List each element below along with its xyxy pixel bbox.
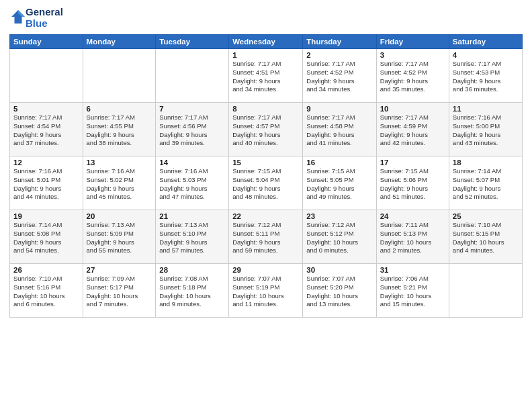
cell-date: 17 [380,158,445,167]
cell-info: Sunrise: 7:13 AM Sunset: 5:09 PM Dayligh… [87,221,152,255]
cell-info: Sunrise: 7:17 AM Sunset: 4:52 PM Dayligh… [380,60,445,94]
calendar-cell [449,264,522,318]
calendar-cell: 1Sunrise: 7:17 AM Sunset: 4:51 PM Daylig… [229,49,303,103]
calendar-cell: 10Sunrise: 7:17 AM Sunset: 4:59 PM Dayli… [376,103,449,156]
cell-date: 24 [380,212,445,220]
cell-info: Sunrise: 7:14 AM Sunset: 5:07 PM Dayligh… [453,167,519,201]
logo-blue: Blue [26,18,63,30]
week-row-5: 26Sunrise: 7:10 AM Sunset: 5:16 PM Dayli… [10,264,523,318]
cell-info: Sunrise: 7:15 AM Sunset: 5:06 PM Dayligh… [380,167,445,201]
cell-date: 9 [306,105,372,113]
weekday-saturday: Saturday [449,35,522,49]
cell-info: Sunrise: 7:17 AM Sunset: 4:52 PM Dayligh… [306,60,372,94]
calendar-cell: 25Sunrise: 7:10 AM Sunset: 5:15 PM Dayli… [449,210,522,264]
weekday-header-row: SundayMondayTuesdayWednesdayThursdayFrid… [10,35,523,49]
calendar-cell: 8Sunrise: 7:17 AM Sunset: 4:57 PM Daylig… [229,103,303,156]
calendar-cell: 4Sunrise: 7:17 AM Sunset: 4:53 PM Daylig… [449,49,522,103]
cell-date: 19 [13,212,79,220]
cell-info: Sunrise: 7:12 AM Sunset: 5:12 PM Dayligh… [306,221,372,255]
calendar-cell: 20Sunrise: 7:13 AM Sunset: 5:09 PM Dayli… [83,210,156,264]
calendar-cell [10,49,83,103]
calendar-cell [83,49,156,103]
cell-info: Sunrise: 7:16 AM Sunset: 5:01 PM Dayligh… [13,167,79,201]
cell-info: Sunrise: 7:08 AM Sunset: 5:18 PM Dayligh… [159,275,225,309]
week-row-1: 1Sunrise: 7:17 AM Sunset: 4:51 PM Daylig… [10,49,523,103]
header: General Blue [9,7,523,29]
cell-date: 13 [87,158,152,167]
cell-date: 6 [87,105,152,113]
cell-date: 15 [232,158,299,167]
cell-date: 5 [13,105,79,113]
calendar-cell: 3Sunrise: 7:17 AM Sunset: 4:52 PM Daylig… [376,49,449,103]
calendar-cell: 7Sunrise: 7:17 AM Sunset: 4:56 PM Daylig… [156,103,229,156]
calendar-cell: 13Sunrise: 7:16 AM Sunset: 5:02 PM Dayli… [83,156,156,210]
cell-date: 27 [87,266,152,274]
cell-info: Sunrise: 7:17 AM Sunset: 4:54 PM Dayligh… [13,113,79,148]
cell-date: 14 [159,158,225,167]
calendar-cell: 30Sunrise: 7:07 AM Sunset: 5:20 PM Dayli… [303,264,376,318]
cell-info: Sunrise: 7:16 AM Sunset: 5:02 PM Dayligh… [87,167,152,201]
cell-info: Sunrise: 7:07 AM Sunset: 5:20 PM Dayligh… [306,275,372,309]
calendar-cell: 27Sunrise: 7:09 AM Sunset: 5:17 PM Dayli… [83,264,156,318]
weekday-monday: Monday [83,35,156,49]
week-row-3: 12Sunrise: 7:16 AM Sunset: 5:01 PM Dayli… [10,156,523,210]
calendar-cell: 21Sunrise: 7:13 AM Sunset: 5:10 PM Dayli… [156,210,229,264]
logo-icon [11,9,26,24]
calendar-cell: 11Sunrise: 7:16 AM Sunset: 5:00 PM Dayli… [449,103,522,156]
cell-date: 30 [306,266,372,274]
weekday-tuesday: Tuesday [156,35,229,49]
cell-date: 25 [453,212,519,220]
cell-info: Sunrise: 7:17 AM Sunset: 4:56 PM Dayligh… [159,113,225,148]
cell-date: 12 [13,158,79,167]
calendar-cell: 19Sunrise: 7:14 AM Sunset: 5:08 PM Dayli… [10,210,83,264]
calendar-cell: 22Sunrise: 7:12 AM Sunset: 5:11 PM Dayli… [229,210,303,264]
cell-date: 21 [159,212,225,220]
page: General Blue SundayMondayTuesdayWednesda… [0,0,532,411]
logo: General Blue [9,7,63,29]
cell-info: Sunrise: 7:17 AM Sunset: 4:51 PM Dayligh… [232,60,299,94]
calendar-cell: 2Sunrise: 7:17 AM Sunset: 4:52 PM Daylig… [303,49,376,103]
cell-date: 20 [87,212,152,220]
cell-info: Sunrise: 7:17 AM Sunset: 4:59 PM Dayligh… [380,113,445,148]
calendar-cell: 16Sunrise: 7:15 AM Sunset: 5:05 PM Dayli… [303,156,376,210]
calendar-cell: 28Sunrise: 7:08 AM Sunset: 5:18 PM Dayli… [156,264,229,318]
cell-date: 31 [380,266,445,274]
cell-info: Sunrise: 7:12 AM Sunset: 5:11 PM Dayligh… [232,221,299,255]
cell-info: Sunrise: 7:17 AM Sunset: 4:55 PM Dayligh… [87,113,152,148]
cell-info: Sunrise: 7:14 AM Sunset: 5:08 PM Dayligh… [13,221,79,255]
cell-info: Sunrise: 7:17 AM Sunset: 4:57 PM Dayligh… [232,113,299,148]
calendar-cell: 9Sunrise: 7:17 AM Sunset: 4:58 PM Daylig… [303,103,376,156]
calendar-cell: 14Sunrise: 7:16 AM Sunset: 5:03 PM Dayli… [156,156,229,210]
cell-date: 26 [13,266,79,274]
cell-info: Sunrise: 7:10 AM Sunset: 5:16 PM Dayligh… [13,275,79,309]
cell-date: 18 [453,158,519,167]
cell-date: 4 [453,51,519,59]
calendar-cell: 24Sunrise: 7:11 AM Sunset: 5:13 PM Dayli… [376,210,449,264]
calendar-cell: 12Sunrise: 7:16 AM Sunset: 5:01 PM Dayli… [10,156,83,210]
cell-date: 2 [306,51,372,59]
calendar-cell: 5Sunrise: 7:17 AM Sunset: 4:54 PM Daylig… [10,103,83,156]
logo-general: General [26,7,63,18]
weekday-wednesday: Wednesday [229,35,303,49]
cell-info: Sunrise: 7:13 AM Sunset: 5:10 PM Dayligh… [159,221,225,255]
cell-date: 22 [232,212,299,220]
week-row-4: 19Sunrise: 7:14 AM Sunset: 5:08 PM Dayli… [10,210,523,264]
week-row-2: 5Sunrise: 7:17 AM Sunset: 4:54 PM Daylig… [10,103,523,156]
cell-info: Sunrise: 7:16 AM Sunset: 5:00 PM Dayligh… [453,113,519,148]
cell-date: 3 [380,51,445,59]
cell-info: Sunrise: 7:17 AM Sunset: 4:58 PM Dayligh… [306,113,372,148]
cell-date: 29 [232,266,299,274]
calendar-table: SundayMondayTuesdayWednesdayThursdayFrid… [9,34,523,318]
cell-info: Sunrise: 7:15 AM Sunset: 5:04 PM Dayligh… [232,167,299,201]
cell-date: 8 [232,105,299,113]
calendar-cell: 15Sunrise: 7:15 AM Sunset: 5:04 PM Dayli… [229,156,303,210]
cell-info: Sunrise: 7:07 AM Sunset: 5:19 PM Dayligh… [232,275,299,309]
cell-date: 7 [159,105,225,113]
cell-date: 16 [306,158,372,167]
calendar-body: 1Sunrise: 7:17 AM Sunset: 4:51 PM Daylig… [10,49,523,318]
cell-date: 1 [232,51,299,59]
cell-info: Sunrise: 7:16 AM Sunset: 5:03 PM Dayligh… [159,167,225,201]
cell-date: 28 [159,266,225,274]
calendar-cell: 23Sunrise: 7:12 AM Sunset: 5:12 PM Dayli… [303,210,376,264]
cell-info: Sunrise: 7:15 AM Sunset: 5:05 PM Dayligh… [306,167,372,201]
